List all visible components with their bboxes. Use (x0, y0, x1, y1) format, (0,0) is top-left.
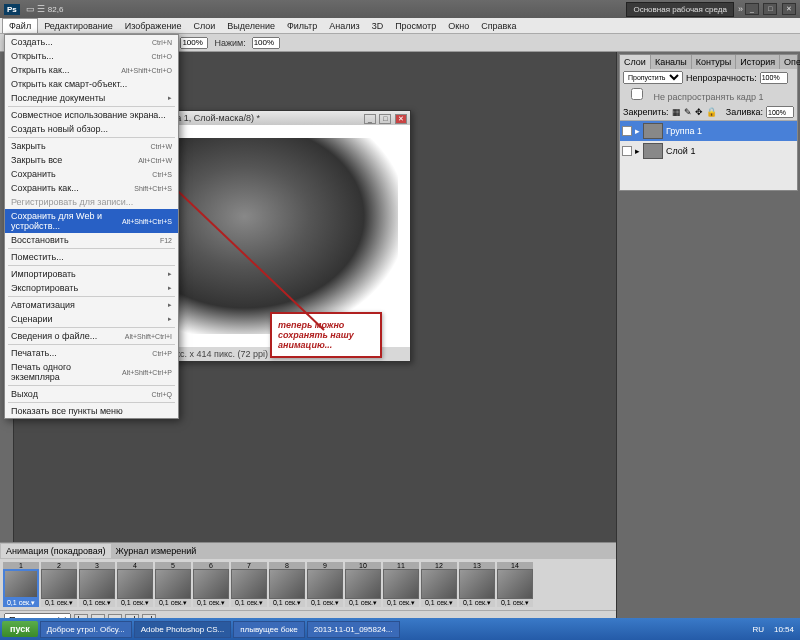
anim-frame[interactable]: 90,1 сек.▾ (307, 562, 343, 607)
menu-item[interactable]: Совместное использование экрана... (5, 108, 178, 122)
menu-Окно[interactable]: Окно (442, 19, 475, 33)
workspace-selector[interactable]: Основная рабочая среда (626, 2, 734, 17)
menu-item[interactable]: Печать одного экземпляраAlt+Shift+Ctrl+P (5, 360, 178, 384)
anim-frame[interactable]: 110,1 сек.▾ (383, 562, 419, 607)
menu-3D[interactable]: 3D (366, 19, 390, 33)
maximize-button[interactable]: □ (763, 3, 777, 15)
doc-maximize[interactable]: □ (379, 114, 391, 124)
task-button[interactable]: плывущее боке (233, 621, 305, 638)
lock-icon[interactable]: ▦ (672, 107, 681, 117)
menu-Выделение[interactable]: Выделение (221, 19, 281, 33)
opacity-input[interactable] (180, 37, 208, 49)
toolbar-icon[interactable]: ▭ (26, 4, 35, 14)
layer-row[interactable]: ▸Слой 1 (620, 141, 797, 161)
expand-icon[interactable]: ▸ (635, 126, 640, 136)
frame-strip[interactable]: 10,1 сек.▾20,1 сек.▾30,1 сек.▾40,1 сек.▾… (0, 559, 616, 610)
flow-input[interactable] (252, 37, 280, 49)
panel-tab[interactable]: История (736, 55, 780, 69)
menu-Изображение[interactable]: Изображение (119, 19, 188, 33)
layer-name[interactable]: Группа 1 (666, 126, 702, 136)
layer-thumb[interactable] (643, 143, 663, 159)
start-button[interactable]: пуск (2, 621, 38, 637)
panel-tab[interactable]: Слои (620, 55, 651, 69)
lock-icon[interactable]: ✎ (684, 107, 692, 117)
menu-item[interactable]: Автоматизация▸ (5, 298, 178, 312)
menu-Просмотр[interactable]: Просмотр (389, 19, 442, 33)
menu-item[interactable]: Печатать...Ctrl+P (5, 346, 178, 360)
menu-item[interactable]: Импортировать▸ (5, 267, 178, 281)
panel-tab[interactable]: Каналы (651, 55, 692, 69)
layer-list[interactable]: ▸Группа 1▸Слой 1 (620, 120, 797, 190)
menu-item[interactable]: Сценарии▸ (5, 312, 178, 326)
menu-item[interactable]: Открыть как смарт-объект... (5, 77, 178, 91)
titlebar: Ps ▭ ☰ 82,6 Основная рабочая среда » _ □… (0, 0, 800, 18)
doc-close[interactable]: ✕ (395, 114, 407, 124)
menu-item[interactable]: Сохранить как...Shift+Ctrl+S (5, 181, 178, 195)
menu-item[interactable]: Сохранить для Web и устройств...Alt+Shif… (5, 209, 178, 233)
layer-opacity-input[interactable] (760, 72, 788, 84)
panel-tab[interactable]: Контуры (692, 55, 736, 69)
doc-minimize[interactable]: _ (364, 114, 376, 124)
anim-tab-log[interactable]: Журнал измерений (111, 544, 202, 558)
menu-item[interactable]: Показать все пункты меню (5, 404, 178, 418)
menu-Файл[interactable]: Файл (2, 18, 38, 33)
lock-icon[interactable]: ✥ (695, 107, 703, 117)
menu-Анализ[interactable]: Анализ (323, 19, 365, 33)
minimize-button[interactable]: _ (745, 3, 759, 15)
fill-label: Заливка: (726, 107, 763, 117)
task-button[interactable]: 2013-11-01_095824... (307, 621, 400, 638)
blend-mode-select[interactable]: Пропустить (623, 71, 683, 84)
anim-frame[interactable]: 80,1 сек.▾ (269, 562, 305, 607)
anim-frame[interactable]: 100,1 сек.▾ (345, 562, 381, 607)
annotation-callout: теперь можно сохранять нашу анимацию... (270, 312, 382, 358)
zoom-value[interactable]: 82,6 (48, 5, 64, 14)
visibility-icon[interactable] (622, 126, 632, 136)
menu-Справка[interactable]: Справка (475, 19, 522, 33)
layer-row[interactable]: ▸Группа 1 (620, 121, 797, 141)
anim-frame[interactable]: 140,1 сек.▾ (497, 562, 533, 607)
lock-icon[interactable]: 🔒 (706, 107, 717, 117)
clock[interactable]: 10:54 (770, 625, 798, 634)
menu-item[interactable]: Открыть...Ctrl+O (5, 49, 178, 63)
menu-Редактирование[interactable]: Редактирование (38, 19, 119, 33)
anim-frame[interactable]: 70,1 сек.▾ (231, 562, 267, 607)
lang-indicator[interactable]: RU (748, 625, 768, 634)
menu-item[interactable]: Экспортировать▸ (5, 281, 178, 295)
menu-Слои[interactable]: Слои (187, 19, 221, 33)
anim-frame[interactable]: 130,1 сек.▾ (459, 562, 495, 607)
layer-name[interactable]: Слой 1 (666, 146, 695, 156)
anim-frame[interactable]: 30,1 сек.▾ (79, 562, 115, 607)
menu-item[interactable]: Сведения о файле...Alt+Shift+Ctrl+I (5, 329, 178, 343)
anim-tabs[interactable]: Анимация (покадровая) Журнал измерений (0, 543, 616, 559)
propagate-checkbox[interactable]: Не распространять кадр 1 (623, 88, 764, 102)
toolbar-icon[interactable]: ☰ (37, 4, 45, 14)
anim-frame[interactable]: 10,1 сек.▾ (3, 562, 39, 607)
menu-item[interactable]: Последние документы▸ (5, 91, 178, 105)
visibility-icon[interactable] (622, 146, 632, 156)
task-button[interactable]: Adobe Photoshop CS... (134, 621, 232, 638)
fill-input[interactable] (766, 106, 794, 118)
menu-item[interactable]: ЗакрытьCtrl+W (5, 139, 178, 153)
menu-item[interactable]: Открыть как...Alt+Shift+Ctrl+O (5, 63, 178, 77)
anim-frame[interactable]: 40,1 сек.▾ (117, 562, 153, 607)
panel-tabs[interactable]: СлоиКаналыКонтурыИсторияОперации (620, 55, 797, 69)
anim-frame[interactable]: 50,1 сек.▾ (155, 562, 191, 607)
menu-item[interactable]: Закрыть всеAlt+Ctrl+W (5, 153, 178, 167)
menu-item[interactable]: СохранитьCtrl+S (5, 167, 178, 181)
close-button[interactable]: ✕ (782, 3, 796, 15)
menu-item[interactable]: Создать...Ctrl+N (5, 35, 178, 49)
layer-thumb[interactable] (643, 123, 663, 139)
flow-label: Нажим: (214, 38, 245, 48)
menu-item[interactable]: Создать новый обзор... (5, 122, 178, 136)
expand-icon[interactable]: ▸ (635, 146, 640, 156)
menu-item[interactable]: Поместить... (5, 250, 178, 264)
anim-frame[interactable]: 20,1 сек.▾ (41, 562, 77, 607)
menu-item[interactable]: ВосстановитьF12 (5, 233, 178, 247)
anim-tab-frames[interactable]: Анимация (покадровая) (1, 544, 111, 558)
anim-frame[interactable]: 120,1 сек.▾ (421, 562, 457, 607)
panel-tab[interactable]: Операции (780, 55, 800, 69)
menu-Фильтр[interactable]: Фильтр (281, 19, 323, 33)
anim-frame[interactable]: 60,1 сек.▾ (193, 562, 229, 607)
task-button[interactable]: Доброе утро!. Обсу... (40, 621, 132, 638)
menu-item[interactable]: ВыходCtrl+Q (5, 387, 178, 401)
